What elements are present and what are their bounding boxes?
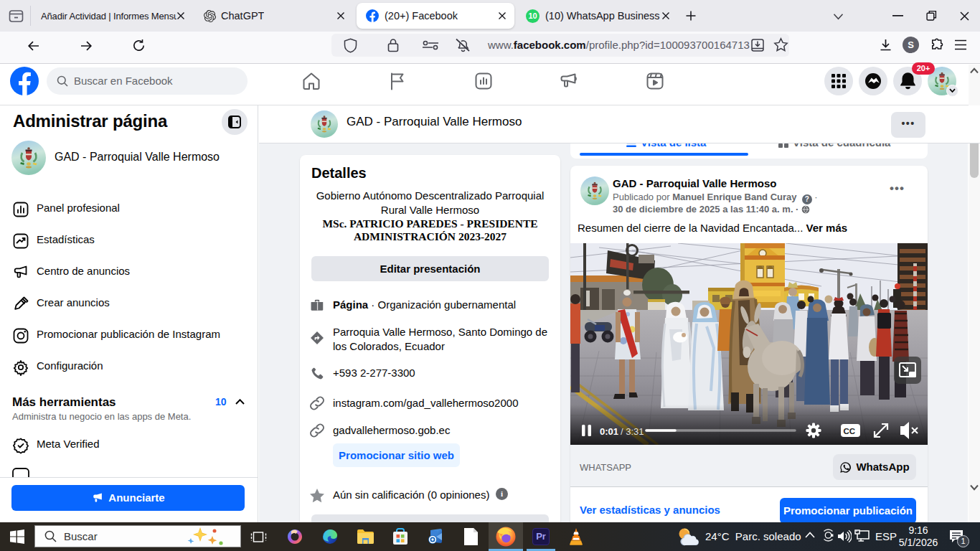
- svg-text:CC: CC: [844, 427, 856, 435]
- svg-text:/ 3:31: / 3:31: [621, 426, 644, 437]
- svg-text:0:01: 0:01: [600, 426, 618, 437]
